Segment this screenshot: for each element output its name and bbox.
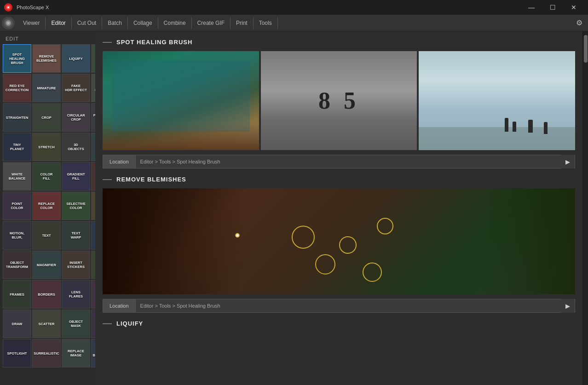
content-area: SPOT HEALING BRUSH 8 5 [95,31,582,385]
location-path-spot: Editor > Tools > Spot Healing Brush [136,159,561,164]
nav-editor[interactable]: Editor [46,17,71,29]
nav-combine[interactable]: Combine [158,17,192,29]
tool-item-3[interactable]: CLONE STAMP [91,44,95,73]
nav-collage[interactable]: Collage [128,17,158,29]
location-bar-spot: Location Editor > Tools > Spot Healing B… [103,155,575,169]
location-path-blemishes: Editor > Tools > Spot Healing Brush [136,303,561,309]
preview-beach-hut [103,51,259,150]
circle-3 [315,254,335,274]
tool-item-38[interactable]: OBJECT MASK [62,309,90,338]
preview-strip-spot: 8 5 [103,51,575,150]
tool-item-15[interactable]: 3D PLANES [91,133,95,161]
app-title: PhotoScape X [17,5,49,10]
location-bar-blemishes: Location Editor > Tools > Spot Healing B… [103,299,575,313]
close-button[interactable]: ✕ [563,0,584,15]
maximize-button[interactable]: ☐ [542,0,563,15]
section-divider-2 [103,179,112,180]
tools-grid: SPOT HEALING BRUSHREMOVE BLEMISHESLIQUIF… [2,44,93,368]
tool-item-12[interactable]: TINY PLANET [3,133,31,161]
tool-item-14[interactable]: 3D OBJECTS [62,133,90,161]
tool-item-8[interactable]: STRAIGHTEN [3,103,31,132]
gear-icon[interactable]: ⚙ [572,17,586,29]
section-liquify: LIQUIFY [103,320,575,327]
tool-item-16[interactable]: WHITE BALANCE [3,162,31,191]
section-remove-blemishes: REMOVE BLEMISHES [103,176,575,183]
nav-create-gif[interactable]: Create GIF [192,17,231,29]
tool-item-21[interactable]: REPLACE COLOR [32,192,61,220]
play-button-blemishes[interactable]: ▶ [561,299,575,313]
scrollbar-thumb [584,35,588,63]
tool-item-32[interactable]: FRAMES [3,280,31,309]
tool-item-25[interactable]: TEXT [32,221,61,250]
tool-item-13[interactable]: STRETCH [32,133,61,161]
main-layout: EDIT SPOT HEALING BRUSHREMOVE BLEMISHESL… [0,31,588,385]
tool-item-9[interactable]: CROP [32,103,61,132]
tool-item-22[interactable]: SELECTIVE COLOR [62,192,90,220]
nav-viewer[interactable]: Viewer [17,17,46,29]
preview-numbers: 8 5 [261,51,417,150]
sidebar-header: EDIT [2,35,93,44]
tool-item-6[interactable]: FAKE HDR EFFECT [62,74,90,102]
tool-item-30[interactable]: INSERT STICKERS [62,251,90,279]
tool-item-1[interactable]: REMOVE BLEMISHES [32,44,61,73]
circle-2 [339,236,357,254]
tool-item-43[interactable]: CHANGE BACKGROUND [91,339,95,368]
section-spot-healing: SPOT HEALING BRUSH [103,39,575,46]
tool-item-5[interactable]: MINIATURE [32,74,61,102]
tool-item-17[interactable]: COLOR FILL [32,162,61,191]
tool-item-7[interactable]: REMOVE HAZE & FOG [91,74,95,102]
preview-face [103,188,575,294]
tool-item-42[interactable]: REPLACE IMAGE [62,339,90,368]
tool-item-28[interactable]: OBJECT TRANSFORM [3,251,31,279]
location-button-spot[interactable]: Location [103,155,136,168]
titlebar: PhotoScape X — ☐ ✕ [0,0,588,15]
tool-item-11[interactable]: PERSPECTIVE CROP [91,103,95,132]
nav-tools[interactable]: Tools [254,17,278,29]
circle-4 [377,218,393,234]
svg-point-2 [7,6,9,8]
nav-logo [2,17,15,29]
tool-item-33[interactable]: BORDERS [32,280,61,309]
tool-item-4[interactable]: RED EYE CORRECTION [3,74,31,102]
nav-print[interactable]: Print [231,17,254,29]
section-divider [103,42,112,43]
tool-item-23[interactable]: PAINT BRUSH [91,192,95,220]
tool-item-27[interactable]: TEXT MASK [91,221,95,250]
tool-item-29[interactable]: MAGNIFIER [32,251,61,279]
scrollbar-right[interactable] [582,31,588,385]
tool-item-34[interactable]: LENS FLARES [62,280,90,309]
tool-item-37[interactable]: SCATTER [32,309,61,338]
tool-item-2[interactable]: LIQUIFY [62,44,90,73]
play-button-spot[interactable]: ▶ [561,155,575,169]
section-title-liquify: LIQUIFY [116,320,143,327]
section-title-blemishes: REMOVE BLEMISHES [116,176,186,183]
preview-beach-people [419,51,575,150]
navbar: Viewer Editor Cut Out Batch Collage Comb… [0,15,588,31]
tool-item-40[interactable]: SPOTLIGHT [3,339,31,368]
section-divider-3 [103,323,112,324]
tool-item-39[interactable]: BLURRED TEXTURE [91,309,95,338]
sidebar: EDIT SPOT HEALING BRUSHREMOVE BLEMISHESL… [0,31,95,385]
location-button-blemishes[interactable]: Location [103,299,136,312]
nav-batch[interactable]: Batch [102,17,128,29]
circle-5 [363,262,382,282]
tool-item-10[interactable]: CIRCULAR CROP [62,103,90,132]
circle-1 [292,226,315,249]
tool-item-20[interactable]: POINT COLOR [3,192,31,220]
tool-item-18[interactable]: GRADIENT FILL [62,162,90,191]
tool-item-31[interactable]: INSERT FIGURES [91,251,95,279]
tool-item-24[interactable]: MOTION, BLUR, [3,221,31,250]
tool-item-19[interactable]: GRADIENT MAP [91,162,95,191]
tool-item-35[interactable]: MOSAIC [91,280,95,309]
app-icon [4,3,13,12]
minimize-button[interactable]: — [521,0,542,15]
tool-item-41[interactable]: SURREALISTIC [32,339,61,368]
svg-point-5 [7,22,10,24]
tool-item-26[interactable]: TEXT WARP [62,221,90,250]
tool-item-36[interactable]: DRAW [3,309,31,338]
tool-item-0[interactable]: SPOT HEALING BRUSH [3,44,31,73]
nav-cutout[interactable]: Cut Out [72,17,102,29]
section-title-spot-healing: SPOT HEALING BRUSH [116,39,192,46]
